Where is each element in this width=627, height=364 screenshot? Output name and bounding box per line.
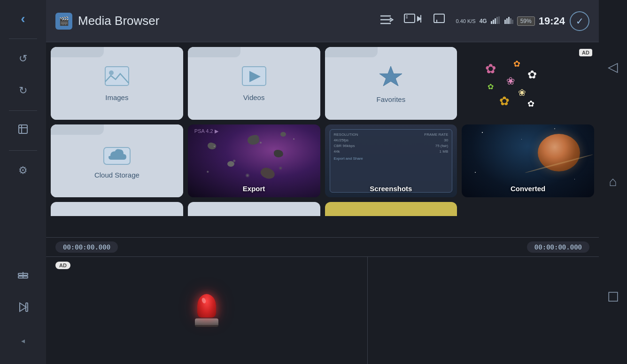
import-header-icon: [433, 19, 448, 29]
wifi-icon: [504, 16, 513, 25]
svg-rect-12: [404, 14, 415, 23]
add-track-icon: [17, 270, 29, 284]
ad-badge-timeline: AD: [55, 262, 70, 269]
cloud-storage-folder[interactable]: Cloud Storage: [51, 124, 183, 197]
network-speed: 0.40 K/S: [456, 18, 475, 24]
svg-rect-26: [506, 18, 508, 24]
media-grid-row2: Cloud Storage PSA 4.2 ▶ Export: [51, 124, 594, 197]
svg-rect-28: [510, 18, 511, 24]
svg-rect-20: [491, 21, 492, 24]
timeline-right-panel: [368, 257, 599, 364]
media-type-selector[interactable]: [401, 9, 426, 32]
network-4g: 4G: [480, 18, 487, 24]
media-grid-row1: Images Videos: [51, 47, 594, 120]
import-button[interactable]: [9, 294, 37, 323]
crop-button[interactable]: [9, 116, 37, 145]
svg-rect-17: [434, 14, 444, 23]
export-label: Export: [188, 185, 320, 193]
crop-icon: [17, 124, 29, 138]
svg-rect-22: [495, 18, 496, 24]
screenshots-thumb[interactable]: RESOLUTION FRAME RATE 4K/25fps 30 CBR 96…: [325, 124, 457, 197]
flower-2: ❀: [506, 75, 515, 87]
menu-button[interactable]: [378, 12, 396, 30]
partial-folder-2: [188, 202, 320, 216]
partial-folder-3: [325, 202, 457, 216]
settings-icon: ⚙: [18, 164, 28, 177]
partial-folder-1: [51, 202, 183, 216]
dialog-mock: RESOLUTION FRAME RATE 4K/25fps 30 CBR 96…: [330, 129, 453, 193]
export-text-overlay: PSA 4.2 ▶: [194, 128, 218, 134]
sidebar-divider-2: [9, 110, 37, 111]
folder-tab-2: [188, 47, 241, 57]
page-title: Media Browser: [78, 14, 372, 28]
home-nav-button[interactable]: ⌂: [609, 174, 617, 189]
images-folder[interactable]: Images: [51, 47, 183, 120]
recents-nav-button[interactable]: ☐: [607, 289, 619, 305]
timeline-left-panel: AD: [46, 257, 368, 364]
collapse-icon: ◂: [21, 336, 25, 345]
media-grid-row3: [51, 202, 594, 216]
folder-tab-3: [325, 47, 378, 57]
image-video-icon: [404, 19, 423, 29]
svg-marker-34: [379, 66, 402, 86]
asteroid-4: [274, 150, 283, 157]
asteroid-3: [227, 161, 234, 167]
check-icon: ✓: [576, 15, 584, 27]
svg-rect-25: [504, 20, 506, 24]
back-button[interactable]: ‹: [9, 5, 37, 33]
flower-5: ✿: [527, 68, 537, 81]
media-grid-container: Images Videos: [46, 42, 599, 237]
flower-6: ❀: [518, 87, 526, 98]
import-header-button[interactable]: [430, 9, 451, 32]
converted-label: Converted: [462, 185, 594, 193]
confirm-button[interactable]: ✓: [570, 11, 589, 31]
signal-bars-icon: [491, 16, 500, 25]
export-share-header: Export and Share: [334, 156, 449, 161]
alarm-icon: [195, 294, 218, 327]
sidebar-divider-3: [9, 150, 37, 151]
sidebar-divider-1: [9, 39, 37, 39]
header-controls: 0.40 K/S 4G: [378, 9, 589, 32]
svg-rect-0: [19, 125, 27, 133]
svg-rect-29: [512, 20, 513, 24]
dialog-row-1: RESOLUTION FRAME RATE: [334, 132, 449, 137]
images-label: Images: [105, 93, 128, 101]
collapse-button[interactable]: ◂: [9, 326, 37, 355]
add-track-button[interactable]: [9, 263, 37, 291]
dialog-row-4: 44k 1 MB: [334, 149, 449, 154]
alarm-light: [197, 294, 216, 318]
dialog-row-2: 4K/25fps 30: [334, 138, 449, 142]
battery-indicator: 59%: [517, 16, 535, 26]
app-icon: 🎬: [55, 13, 72, 30]
favorites-label: Favorites: [377, 95, 406, 103]
right-timecode: 00:00:00.000: [527, 241, 589, 253]
settings-button[interactable]: ⚙: [9, 156, 37, 185]
flower-4: ✿: [488, 82, 494, 91]
flower-3: ✿: [513, 59, 520, 69]
svg-rect-24: [498, 16, 500, 24]
undo-icon: ↺: [19, 53, 27, 65]
timeline-header: 00:00:00.000 00:00:00.000: [46, 238, 599, 257]
menu-icon: [380, 16, 394, 27]
videos-folder[interactable]: Videos: [188, 47, 320, 120]
svg-point-31: [109, 70, 114, 75]
ad-badge-flowers: AD: [579, 49, 592, 56]
back-nav-icon: ◁: [608, 60, 618, 74]
recents-nav-icon: ☐: [607, 290, 619, 304]
svg-rect-21: [493, 20, 494, 24]
favorites-folder[interactable]: Favorites: [325, 47, 457, 120]
timeline-body: AD: [46, 257, 599, 364]
export-thumb[interactable]: PSA 4.2 ▶ Export: [188, 124, 320, 197]
undo-button[interactable]: ↺: [9, 45, 37, 73]
browse-area: Images Videos: [46, 42, 599, 237]
ad-flowers-cell: AD ✿ ❀ ✿ ✿ ✿ ❀ ✿ ✿: [462, 47, 594, 120]
redo-icon: ↻: [19, 85, 27, 97]
clock-display: 19:24: [539, 15, 565, 27]
back-nav-button[interactable]: ◁: [608, 59, 618, 75]
back-icon: ‹: [21, 11, 25, 26]
redo-button[interactable]: ↻: [9, 77, 37, 105]
svg-rect-23: [496, 17, 498, 24]
dialog-row-3: CBR 96kbps 75 (fair): [334, 144, 449, 148]
media-browser-icon: 🎬: [59, 16, 69, 26]
converted-thumb[interactable]: Converted: [462, 124, 594, 197]
